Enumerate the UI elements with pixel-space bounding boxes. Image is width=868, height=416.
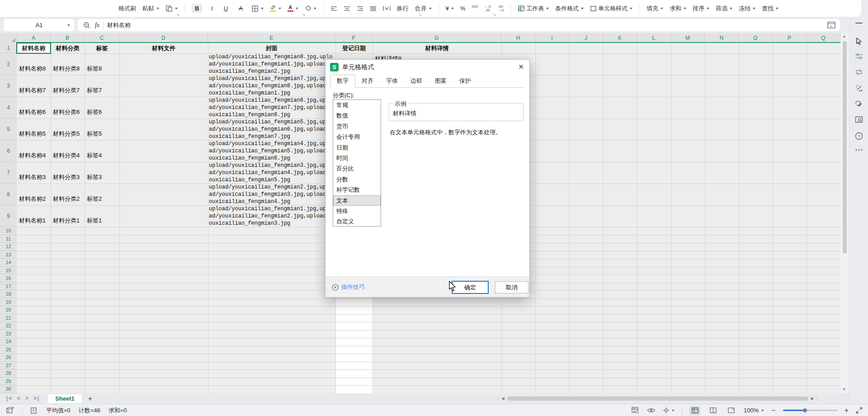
group-expand-icon[interactable]: ↘ xyxy=(493,12,496,17)
sort-button[interactable]: 排序 xyxy=(693,5,709,11)
first-sheet-button[interactable]: |< xyxy=(5,396,12,402)
name-box[interactable]: A1 xyxy=(4,19,75,31)
borders-button[interactable] xyxy=(251,5,264,12)
dialog-tab-数字[interactable]: 数字 xyxy=(330,75,355,88)
category-item-会计专用[interactable]: 会计专用 xyxy=(333,132,381,142)
insert-function-icon[interactable]: fx xyxy=(95,22,99,29)
cell-B5[interactable]: 材料分类5 xyxy=(51,118,85,140)
conditional-format-button[interactable]: 条件格式 xyxy=(555,5,584,11)
column-header-L[interactable]: L xyxy=(637,33,671,43)
column-header-K[interactable]: K xyxy=(603,33,637,43)
category-item-数值[interactable]: 数值 xyxy=(333,110,381,121)
paste-button[interactable]: 粘贴 xyxy=(142,5,159,11)
align-right-button[interactable] xyxy=(357,6,363,11)
cell-B8[interactable]: 材料分类2 xyxy=(51,184,85,205)
category-item-常规[interactable]: 常规 xyxy=(333,100,381,110)
format-painter-button[interactable]: 格式刷 xyxy=(118,5,136,11)
tips-link[interactable]: 操作技巧 xyxy=(332,283,365,291)
cell-E9[interactable]: upload/youxicailiao_fengmian1.jpg,upload… xyxy=(208,205,335,227)
cell-A8[interactable]: 材料名称2 xyxy=(17,184,51,205)
row-header-26[interactable]: 26 xyxy=(0,354,17,362)
cell-C3[interactable]: 标签7 xyxy=(85,75,119,97)
cell-B9[interactable]: 材料分类1 xyxy=(51,205,85,227)
macro-record-icon[interactable]: P xyxy=(6,407,14,414)
cell-C1[interactable]: 标签 xyxy=(85,43,119,53)
row-header-18[interactable]: 18 xyxy=(0,290,17,298)
eye-icon[interactable] xyxy=(647,407,656,413)
row-header-1[interactable]: 1 xyxy=(0,43,17,53)
justify-button[interactable] xyxy=(370,6,377,11)
row-header-23[interactable]: 23 xyxy=(0,330,17,338)
row-header-10[interactable]: 10 xyxy=(0,227,17,235)
help-icon[interactable]: ? xyxy=(855,132,863,140)
last-sheet-button[interactable]: >| xyxy=(33,396,40,402)
zoom-minus-icon[interactable] xyxy=(83,22,90,29)
sheet-tab[interactable]: Sheet1 xyxy=(48,394,82,403)
merge-cells-button[interactable]: 合并 xyxy=(415,5,432,11)
category-item-时间[interactable]: 时间 xyxy=(333,153,381,163)
move-anchor-button[interactable] xyxy=(663,407,675,414)
freeze-button[interactable]: 冻结 xyxy=(739,5,755,11)
group-expand-icon[interactable]: ↘ xyxy=(176,12,180,17)
cell-G1[interactable]: 材料详情 xyxy=(373,43,501,53)
formula-bar[interactable]: fx 材料名称 fx xyxy=(78,19,840,31)
chevron-down-icon[interactable] xyxy=(67,24,70,26)
select-all-corner[interactable] xyxy=(0,33,17,43)
column-header-H[interactable]: H xyxy=(501,33,535,43)
row-header-22[interactable]: 22 xyxy=(0,322,17,330)
zoom-slider[interactable] xyxy=(783,410,837,411)
column-header-P[interactable]: P xyxy=(773,33,807,43)
fill-button[interactable]: 填充 xyxy=(646,5,663,11)
cell-C5[interactable]: 标签5 xyxy=(85,118,119,140)
row-header-30[interactable]: 30 xyxy=(0,385,17,393)
scroll-up-icon[interactable]: ▲ xyxy=(842,34,846,38)
row-header-21[interactable]: 21 xyxy=(0,314,17,322)
fill-color-button[interactable] xyxy=(270,5,281,12)
category-item-文本[interactable]: 文本 xyxy=(333,195,381,206)
cell-E7[interactable]: upload/youxicailiao_fengmian3.jpg,upload… xyxy=(208,162,335,184)
category-listbox[interactable]: 常规数值货币会计专用日期时间百分比分数科学记数文本特殊自定义 xyxy=(333,99,381,227)
row-header-11[interactable]: 11 xyxy=(0,235,17,243)
cell-C2[interactable]: 标签8 xyxy=(85,53,119,75)
cell-B2[interactable]: 材料分类8 xyxy=(51,53,85,75)
cell-C8[interactable]: 标签2 xyxy=(85,184,119,205)
cell-C7[interactable]: 标签3 xyxy=(85,162,119,184)
row-header-3[interactable]: 3 xyxy=(0,75,17,97)
dialog-tab-边框[interactable]: 边框 xyxy=(404,75,429,87)
row-header-6[interactable]: 6 xyxy=(0,140,17,162)
align-left-button[interactable] xyxy=(330,6,337,11)
active-cell-A1[interactable]: 材料名称 xyxy=(16,43,51,54)
loop-arrow-icon[interactable] xyxy=(855,68,863,76)
column-header-C[interactable]: C xyxy=(85,33,119,43)
bold-button[interactable]: B xyxy=(192,4,202,13)
thousands-separator-button[interactable]: 000, xyxy=(472,5,478,12)
cell-C4[interactable]: 标签6 xyxy=(85,97,119,118)
cell-C6[interactable]: 标签4 xyxy=(85,140,119,162)
horizontal-scrollbar[interactable]: | ◀ ▶ | xyxy=(497,396,818,401)
formula-panel-icon[interactable]: fx xyxy=(827,22,835,28)
filter-button[interactable]: 筛选 xyxy=(716,5,732,11)
column-header-N[interactable]: N xyxy=(705,33,739,43)
dialog-tab-对齐[interactable]: 对齐 xyxy=(355,75,380,87)
category-item-自定义[interactable]: 自定义 xyxy=(333,216,381,227)
increase-decimal-button[interactable]: ←.0.00 xyxy=(484,5,491,12)
percent-format-button[interactable]: % xyxy=(460,5,466,11)
column-header-B[interactable]: B xyxy=(51,33,85,43)
cell-B3[interactable]: 材料分类7 xyxy=(51,75,85,97)
normal-view-button[interactable] xyxy=(689,406,700,415)
zoom-in-button[interactable]: + xyxy=(844,407,849,415)
group-expand-icon[interactable]: ↘ xyxy=(302,12,306,17)
column-header-M[interactable]: M xyxy=(671,33,705,43)
row-header-9[interactable]: 9 xyxy=(0,205,17,227)
column-header-I[interactable]: I xyxy=(535,33,569,43)
underline-button[interactable]: U xyxy=(222,4,230,13)
sum-button[interactable]: 求和 xyxy=(670,5,686,11)
cell-E2[interactable]: upload/youxicailiao_fengmian8.jpg,upload… xyxy=(208,53,335,75)
more-options-icon[interactable] xyxy=(855,149,863,151)
text-orientation-button[interactable] xyxy=(383,5,391,11)
strikethrough-button[interactable]: A xyxy=(236,4,245,13)
font-color-button[interactable]: A xyxy=(288,5,298,12)
category-item-分数[interactable]: 分数 xyxy=(333,174,381,184)
row-header-4[interactable]: 4 xyxy=(0,97,17,118)
cell-E6[interactable]: upload/youxicailiao_fengmian4.jpg,upload… xyxy=(208,140,335,162)
